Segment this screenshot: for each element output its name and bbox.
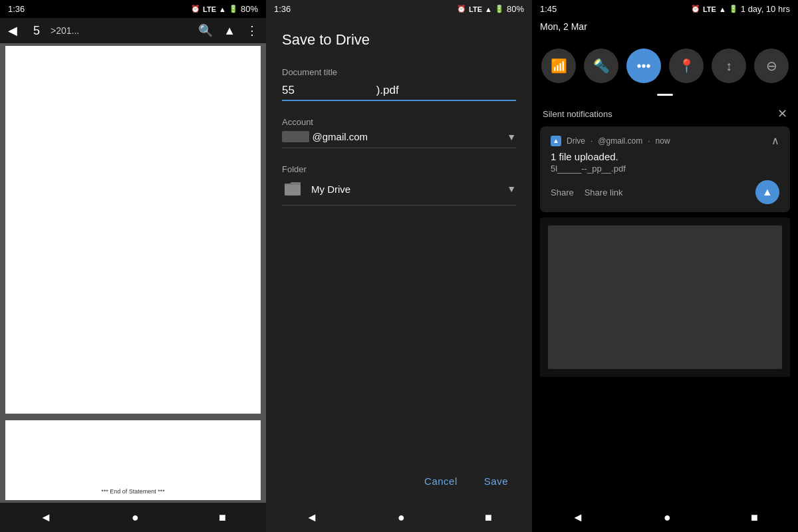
save-button[interactable]: Save [476, 470, 516, 492]
location-toggle[interactable]: 📍 [669, 49, 704, 83]
battery-time-3: 1 day, 10 hrs [741, 4, 790, 14]
status-bar-1: 1:36 ⏰ LTE ▲ 🔋 80% [0, 0, 266, 18]
cancel-button[interactable]: Cancel [416, 470, 466, 492]
notif-close-btn[interactable]: ✕ [777, 106, 787, 121]
folder-dropdown-icon: ▼ [507, 184, 516, 194]
lte-icon-1: LTE [203, 5, 216, 13]
upload-fab[interactable]: ▲ [755, 180, 779, 204]
dnd-toggle[interactable]: ⊖ [754, 49, 789, 83]
pdf-viewer-panel: 1:36 ⏰ LTE ▲ 🔋 80% ◀ 5 >201... 🔍 ▲ ⋮ ***… [0, 0, 266, 532]
data-toggle[interactable]: ↕ [712, 49, 746, 83]
more-qs-icon: ••• [636, 59, 650, 74]
dialog-actions: Cancel Save [266, 460, 532, 503]
dnd-icon: ⊖ [766, 58, 777, 74]
notif-account: @gmail.com [598, 136, 642, 146]
notif-separator: · [591, 136, 593, 146]
pdf-title: >201... [51, 25, 188, 36]
drive-notif-card: ▲ Drive · @gmail.com · now ∧ 1 file uplo… [540, 126, 790, 212]
notif-separator2: · [648, 136, 650, 146]
account-blurred [282, 131, 309, 142]
notif-title: 1 file uploaded. [551, 151, 779, 162]
home-nav-3[interactable]: ● [664, 511, 671, 525]
share-link-btn[interactable]: Share link [585, 188, 623, 198]
signal-icon-2: ▲ [485, 5, 492, 13]
battery-icon-1: 🔋 [229, 5, 238, 13]
more-toggle[interactable]: ••• [626, 49, 661, 83]
recent-nav-3[interactable]: ■ [751, 511, 758, 525]
silent-notif-header: Silent notifications ✕ [532, 101, 798, 124]
document-title-input[interactable] [282, 81, 516, 101]
notif-preview [540, 217, 790, 377]
status-bar-3: 1:45 ⏰ LTE ▲ 🔋 1 day, 10 hrs [532, 0, 798, 18]
back-nav-2[interactable]: ◄ [306, 511, 318, 525]
silent-notif-label: Silent notifications [543, 109, 612, 119]
battery-icon-2: 🔋 [495, 5, 504, 13]
notif-actions: Share Share link ▲ [551, 180, 779, 204]
pdf-page-2: *** End of Statement *** [5, 420, 261, 500]
signal-icon-3: ▲ [719, 5, 726, 13]
battery-icon-3: 🔋 [729, 5, 738, 13]
share-btn[interactable]: Share [551, 188, 574, 198]
back-btn-1[interactable]: ◀ [8, 23, 17, 38]
pdf-content: *** End of Statement *** [0, 43, 266, 503]
quick-settings: 📶 🔦 ••• 📍 ↕ ⊖ [532, 38, 798, 94]
save-dialog: Save to Drive Document title Account @gm… [266, 18, 532, 460]
folder-inner: My Drive [282, 178, 350, 200]
folder-name: My Drive [311, 184, 350, 195]
save-to-drive-panel: 1:36 ⏰ LTE ▲ 🔋 80% Save to Drive Documen… [266, 0, 532, 532]
location-icon: 📍 [678, 58, 695, 74]
drive-app-icon: ▲ [551, 136, 561, 146]
recent-nav-1[interactable]: ■ [219, 511, 226, 525]
date-label: Mon, 2 Mar [540, 21, 587, 32]
date-bar: Mon, 2 Mar [532, 18, 798, 38]
account-dropdown-icon: ▼ [507, 132, 516, 142]
notif-app-info: ▲ Drive · @gmail.com · now [551, 136, 670, 146]
data-icon: ↕ [726, 59, 732, 74]
notif-filename: 5l_____--_pp__.pdf [551, 164, 779, 174]
folder-svg [283, 181, 302, 197]
home-nav-2[interactable]: ● [398, 511, 405, 525]
battery-pct-2: 80% [507, 4, 524, 14]
back-nav-3[interactable]: ◄ [572, 511, 584, 525]
account-value: @gmail.com [282, 131, 368, 142]
time-2: 1:36 [274, 4, 291, 14]
pdf-toolbar: ◀ 5 >201... 🔍 ▲ ⋮ [0, 18, 266, 43]
status-icons-3: ⏰ LTE ▲ 🔋 1 day, 10 hrs [691, 4, 790, 14]
home-nav-1[interactable]: ● [132, 511, 139, 525]
status-bar-2: 1:36 ⏰ LTE ▲ 🔋 80% [266, 0, 532, 18]
notifications-panel: 1:45 ⏰ LTE ▲ 🔋 1 day, 10 hrs Mon, 2 Mar … [532, 0, 798, 532]
svg-rect-0 [285, 185, 301, 196]
nav-bar-3: ◄ ● ■ [532, 503, 798, 532]
qs-indicator [532, 94, 798, 96]
signal-icon-1: ▲ [219, 5, 226, 13]
wifi-icon: 📶 [551, 58, 567, 74]
folder-label: Folder [282, 164, 516, 174]
back-nav-1[interactable]: ◄ [40, 511, 52, 525]
account-email: @gmail.com [313, 131, 368, 142]
nav-bar-1: ◄ ● ■ [0, 503, 266, 532]
notif-app-name: Drive [567, 136, 585, 146]
dialog-title: Save to Drive [282, 31, 516, 49]
notif-card-header: ▲ Drive · @gmail.com · now ∧ [551, 134, 779, 147]
folder-icon [282, 178, 303, 200]
search-icon[interactable]: 🔍 [198, 23, 213, 38]
wifi-toggle[interactable]: 📶 [541, 49, 576, 83]
lte-icon-2: LTE [469, 5, 482, 13]
notif-expand-btn[interactable]: ∧ [771, 134, 779, 147]
notif-time: now [656, 136, 670, 146]
page-number: 5 [33, 24, 40, 38]
account-label: Account [282, 117, 516, 127]
flashlight-toggle[interactable]: 🔦 [584, 49, 618, 83]
account-row[interactable]: @gmail.com ▼ [282, 131, 516, 148]
status-icons-1: ⏰ LTE ▲ 🔋 80% [191, 4, 258, 14]
end-of-statement: *** End of Statement *** [101, 488, 165, 495]
more-icon[interactable]: ⋮ [246, 23, 258, 38]
nav-bar-2: ◄ ● ■ [266, 503, 532, 532]
alarm-icon-2: ⏰ [457, 5, 466, 13]
drive-icon[interactable]: ▲ [223, 24, 235, 38]
battery-pct-1: 80% [241, 4, 258, 14]
alarm-icon-1: ⏰ [191, 5, 200, 13]
folder-row[interactable]: My Drive ▼ [282, 178, 516, 205]
notif-preview-inner [548, 225, 782, 369]
recent-nav-2[interactable]: ■ [485, 511, 492, 525]
